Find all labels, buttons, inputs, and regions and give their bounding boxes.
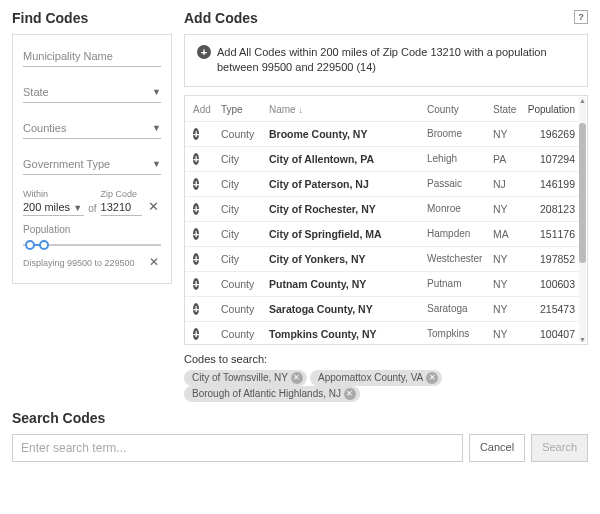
table-row: +CountyTompkins County, NYTompkinsNY1004…: [185, 321, 579, 345]
govtype-dropdown[interactable]: Government Type ▼: [23, 153, 161, 175]
within-label: Within: [23, 189, 84, 199]
row-county: Monroe: [427, 203, 493, 214]
row-type: City: [221, 228, 269, 240]
sort-asc-icon: ↓: [298, 105, 303, 115]
add-row-button[interactable]: +: [193, 253, 199, 265]
col-county[interactable]: County: [427, 104, 493, 115]
add-all-row: + Add All Codes within 200 miles of Zip …: [184, 34, 588, 87]
zip-label: Zip Code: [101, 189, 142, 199]
row-type: City: [221, 253, 269, 265]
code-chip: Appomattox County, VA ✕: [310, 370, 442, 386]
slider-thumb-max[interactable]: [39, 240, 49, 250]
row-county: Broome: [427, 128, 493, 139]
chevron-down-icon: ▼: [152, 159, 161, 169]
row-county: Putnam: [427, 278, 493, 289]
zip-input[interactable]: 13210: [101, 199, 142, 216]
add-all-text: Add All Codes within 200 miles of Zip Co…: [217, 45, 575, 76]
remove-chip-icon[interactable]: ✕: [291, 372, 303, 384]
help-icon[interactable]: ?: [574, 10, 588, 24]
municipality-field[interactable]: Municipality Name: [23, 45, 161, 67]
col-population[interactable]: Population: [523, 104, 575, 115]
clear-population-icon[interactable]: ✕: [147, 255, 161, 271]
codes-to-search: Codes to search: City of Townsville, NY …: [184, 353, 588, 402]
row-population: 197852: [523, 253, 575, 265]
find-codes-title: Find Codes: [12, 10, 172, 26]
scrollbar[interactable]: ▲ ▼: [579, 97, 586, 343]
scroll-thumb[interactable]: [579, 123, 586, 263]
row-population: 100407: [523, 328, 575, 340]
table-row: +CountyPutnam County, NYPutnamNY100603: [185, 271, 579, 296]
col-state[interactable]: State: [493, 104, 523, 115]
counties-dropdown[interactable]: Counties ▼: [23, 117, 161, 139]
add-row-button[interactable]: +: [193, 178, 199, 190]
row-population: 196269: [523, 128, 575, 140]
search-button[interactable]: Search: [531, 434, 588, 462]
row-type: County: [221, 278, 269, 290]
row-name[interactable]: City of Rochester, NY: [269, 203, 427, 215]
row-state: MA: [493, 228, 523, 240]
table-row: +CityCity of Allentown, PALehighPA107294: [185, 146, 579, 171]
row-name[interactable]: City of Allentown, PA: [269, 153, 427, 165]
table-row: +CountySaratoga County, NYSaratogaNY2154…: [185, 296, 579, 321]
row-name[interactable]: Broome County, NY: [269, 128, 427, 140]
add-all-button[interactable]: +: [197, 45, 211, 59]
row-name[interactable]: City of Paterson, NJ: [269, 178, 427, 190]
remove-chip-icon[interactable]: ✕: [344, 388, 356, 400]
code-chip: Borough of Atlantic Highlands, NJ ✕: [184, 386, 360, 402]
state-placeholder: State: [23, 86, 152, 98]
scroll-up-icon[interactable]: ▲: [579, 97, 586, 104]
row-name[interactable]: City of Springfield, MA: [269, 228, 427, 240]
row-population: 215473: [523, 303, 575, 315]
add-row-button[interactable]: +: [193, 228, 199, 240]
search-input[interactable]: Enter search term...: [12, 434, 463, 462]
cancel-button[interactable]: Cancel: [469, 434, 525, 462]
row-state: NY: [493, 303, 523, 315]
col-type[interactable]: Type: [221, 104, 269, 115]
find-codes-panel: Municipality Name State ▼ Counties ▼ Gov…: [12, 34, 172, 284]
table-row: +CityCity of Yonkers, NYWestchesterNY197…: [185, 246, 579, 271]
add-row-button[interactable]: +: [193, 278, 199, 290]
row-name[interactable]: City of Yonkers, NY: [269, 253, 427, 265]
add-codes-title: Add Codes ?: [184, 10, 588, 26]
row-type: County: [221, 303, 269, 315]
table-row: +CityCity of Paterson, NJPassaicNJ146199: [185, 171, 579, 196]
govtype-placeholder: Government Type: [23, 158, 152, 170]
row-type: City: [221, 153, 269, 165]
add-row-button[interactable]: +: [193, 203, 199, 215]
population-displaying: Displaying 99500 to 229500: [23, 258, 135, 268]
row-population: 100603: [523, 278, 575, 290]
row-county: Hampden: [427, 228, 493, 239]
add-row-button[interactable]: +: [193, 328, 199, 340]
add-row-button[interactable]: +: [193, 128, 199, 140]
row-name[interactable]: Tompkins County, NY: [269, 328, 427, 340]
row-type: County: [221, 128, 269, 140]
chevron-down-icon: ▼: [152, 123, 161, 133]
municipality-placeholder: Municipality Name: [23, 50, 161, 62]
remove-chip-icon[interactable]: ✕: [426, 372, 438, 384]
population-slider[interactable]: [23, 239, 161, 251]
within-dropdown[interactable]: 200 miles ▼: [23, 199, 84, 216]
row-state: PA: [493, 153, 523, 165]
row-county: Lehigh: [427, 153, 493, 164]
chevron-down-icon: ▼: [152, 87, 161, 97]
row-type: City: [221, 178, 269, 190]
state-dropdown[interactable]: State ▼: [23, 81, 161, 103]
add-row-button[interactable]: +: [193, 303, 199, 315]
chip-label: City of Townsville, NY: [192, 372, 288, 383]
row-name[interactable]: Saratoga County, NY: [269, 303, 427, 315]
col-name[interactable]: Name ↓: [269, 104, 427, 115]
add-row-button[interactable]: +: [193, 153, 199, 165]
of-label: of: [88, 203, 96, 216]
slider-thumb-min[interactable]: [25, 240, 35, 250]
row-name[interactable]: Putnam County, NY: [269, 278, 427, 290]
row-population: 151176: [523, 228, 575, 240]
code-chip: City of Townsville, NY ✕: [184, 370, 307, 386]
clear-distance-icon[interactable]: ✕: [146, 199, 161, 216]
results-table: Add Type Name ↓ County State Population …: [184, 95, 588, 345]
row-county: Westchester: [427, 253, 493, 264]
table-header: Add Type Name ↓ County State Population: [185, 96, 579, 121]
scroll-down-icon[interactable]: ▼: [579, 336, 586, 343]
table-row: +CountyBroome County, NYBroomeNY196269: [185, 121, 579, 146]
search-codes-title: Search Codes: [12, 410, 588, 426]
population-label: Population: [23, 224, 161, 235]
